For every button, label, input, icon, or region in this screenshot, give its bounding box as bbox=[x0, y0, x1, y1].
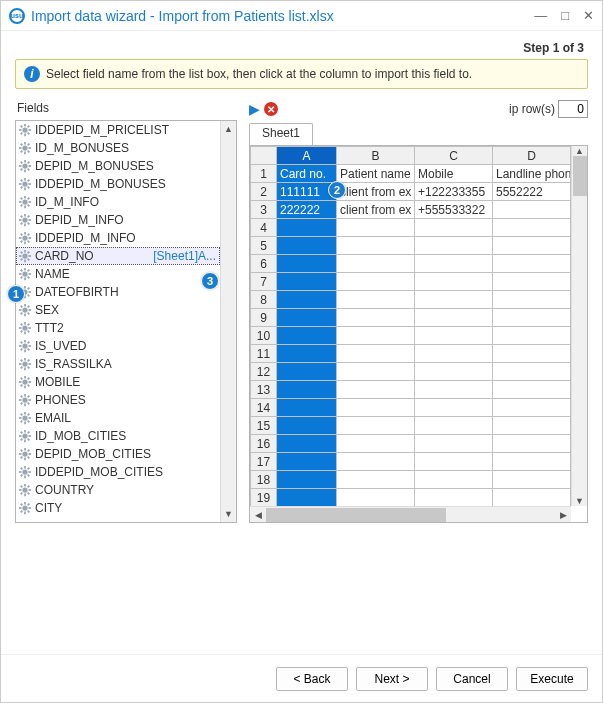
cell[interactable] bbox=[493, 237, 571, 255]
row-header[interactable]: 6 bbox=[251, 255, 277, 273]
cell[interactable]: client from ex bbox=[337, 201, 415, 219]
field-item[interactable]: ID_MOB_CITIES bbox=[16, 427, 220, 445]
cell[interactable] bbox=[337, 345, 415, 363]
fields-scrollbar[interactable]: ▲ ▼ bbox=[220, 121, 236, 522]
cell[interactable] bbox=[337, 237, 415, 255]
cell[interactable] bbox=[277, 399, 337, 417]
scrollbar-thumb[interactable] bbox=[266, 508, 446, 522]
cell[interactable]: Landline phon bbox=[493, 165, 571, 183]
cell[interactable] bbox=[337, 453, 415, 471]
cell[interactable] bbox=[277, 489, 337, 507]
cell[interactable] bbox=[337, 327, 415, 345]
column-header[interactable]: C bbox=[415, 147, 493, 165]
cell[interactable] bbox=[277, 345, 337, 363]
cell[interactable]: +122233355 bbox=[415, 183, 493, 201]
row-header[interactable]: 2 bbox=[251, 183, 277, 201]
cell[interactable] bbox=[493, 291, 571, 309]
cell[interactable]: 222222 bbox=[277, 201, 337, 219]
cell[interactable] bbox=[493, 327, 571, 345]
cell[interactable] bbox=[493, 417, 571, 435]
play-icon[interactable]: ▶ bbox=[249, 101, 260, 117]
field-item[interactable]: EMAIL bbox=[16, 409, 220, 427]
field-item[interactable]: CARD_NO[Sheet1]A... bbox=[16, 247, 220, 265]
cell[interactable] bbox=[415, 219, 493, 237]
cell[interactable] bbox=[337, 291, 415, 309]
field-item[interactable]: TTT2 bbox=[16, 319, 220, 337]
row-header[interactable]: 4 bbox=[251, 219, 277, 237]
cell[interactable] bbox=[415, 237, 493, 255]
scroll-up-icon[interactable]: ▲ bbox=[221, 121, 236, 137]
cell[interactable] bbox=[493, 453, 571, 471]
cell[interactable] bbox=[277, 363, 337, 381]
cell[interactable] bbox=[415, 291, 493, 309]
cell[interactable] bbox=[493, 381, 571, 399]
cell[interactable] bbox=[277, 219, 337, 237]
cell[interactable]: 5552222 bbox=[493, 183, 571, 201]
maximize-button[interactable]: □ bbox=[561, 8, 569, 23]
row-header[interactable]: 14 bbox=[251, 399, 277, 417]
cell[interactable]: +555533322 bbox=[415, 201, 493, 219]
scroll-down-icon[interactable]: ▼ bbox=[221, 506, 236, 522]
column-header[interactable]: B bbox=[337, 147, 415, 165]
cell[interactable] bbox=[277, 273, 337, 291]
execute-button[interactable]: Execute bbox=[516, 667, 588, 691]
row-header[interactable]: 5 bbox=[251, 237, 277, 255]
row-header[interactable]: 16 bbox=[251, 435, 277, 453]
cell[interactable] bbox=[277, 291, 337, 309]
corner-cell[interactable] bbox=[251, 147, 277, 165]
scroll-down-icon[interactable]: ▼ bbox=[572, 496, 588, 506]
minimize-button[interactable]: — bbox=[534, 8, 547, 23]
cell[interactable] bbox=[493, 219, 571, 237]
field-item[interactable]: ID_M_BONUSES bbox=[16, 139, 220, 157]
row-header[interactable]: 11 bbox=[251, 345, 277, 363]
sheet-tab[interactable]: Sheet1 bbox=[249, 123, 313, 145]
field-item[interactable]: SEX bbox=[16, 301, 220, 319]
cell[interactable] bbox=[415, 435, 493, 453]
cell[interactable] bbox=[493, 309, 571, 327]
cell[interactable] bbox=[415, 489, 493, 507]
cell[interactable] bbox=[277, 417, 337, 435]
column-header[interactable]: D bbox=[493, 147, 571, 165]
column-header[interactable]: A bbox=[277, 147, 337, 165]
cell[interactable]: Mobile bbox=[415, 165, 493, 183]
cell[interactable] bbox=[415, 273, 493, 291]
cell[interactable]: Patient name bbox=[337, 165, 415, 183]
close-button[interactable]: ✕ bbox=[583, 8, 594, 23]
cell[interactable] bbox=[337, 309, 415, 327]
row-header[interactable]: 19 bbox=[251, 489, 277, 507]
field-item[interactable]: COUNTRY bbox=[16, 481, 220, 499]
cell[interactable] bbox=[415, 381, 493, 399]
field-item[interactable]: IS_UVED bbox=[16, 337, 220, 355]
cell[interactable] bbox=[493, 273, 571, 291]
cell[interactable] bbox=[337, 417, 415, 435]
cell[interactable] bbox=[277, 327, 337, 345]
cell[interactable] bbox=[337, 399, 415, 417]
cell[interactable] bbox=[415, 399, 493, 417]
cell[interactable] bbox=[415, 453, 493, 471]
cell[interactable] bbox=[337, 471, 415, 489]
cell[interactable] bbox=[337, 489, 415, 507]
cell[interactable] bbox=[493, 435, 571, 453]
field-item[interactable]: DATEOFBIRTH bbox=[16, 283, 220, 301]
cell[interactable] bbox=[277, 309, 337, 327]
cell[interactable] bbox=[337, 219, 415, 237]
scroll-up-icon[interactable]: ▲ bbox=[572, 146, 588, 156]
cell[interactable] bbox=[337, 255, 415, 273]
cell[interactable] bbox=[277, 435, 337, 453]
field-item[interactable]: DEPID_M_BONUSES bbox=[16, 157, 220, 175]
field-item[interactable]: IDDEPID_M_BONUSES bbox=[16, 175, 220, 193]
row-header[interactable]: 12 bbox=[251, 363, 277, 381]
cell[interactable] bbox=[277, 381, 337, 399]
field-item[interactable]: NAME bbox=[16, 265, 220, 283]
cell[interactable] bbox=[493, 201, 571, 219]
skip-rows-input[interactable] bbox=[558, 100, 588, 118]
cell[interactable]: Card no. bbox=[277, 165, 337, 183]
row-header[interactable]: 10 bbox=[251, 327, 277, 345]
cell[interactable] bbox=[277, 255, 337, 273]
scrollbar-thumb[interactable] bbox=[573, 156, 587, 196]
field-item[interactable]: ID_M_INFO bbox=[16, 193, 220, 211]
row-header[interactable]: 17 bbox=[251, 453, 277, 471]
cell[interactable] bbox=[415, 327, 493, 345]
field-item[interactable]: DEPID_M_INFO bbox=[16, 211, 220, 229]
cell[interactable] bbox=[415, 417, 493, 435]
